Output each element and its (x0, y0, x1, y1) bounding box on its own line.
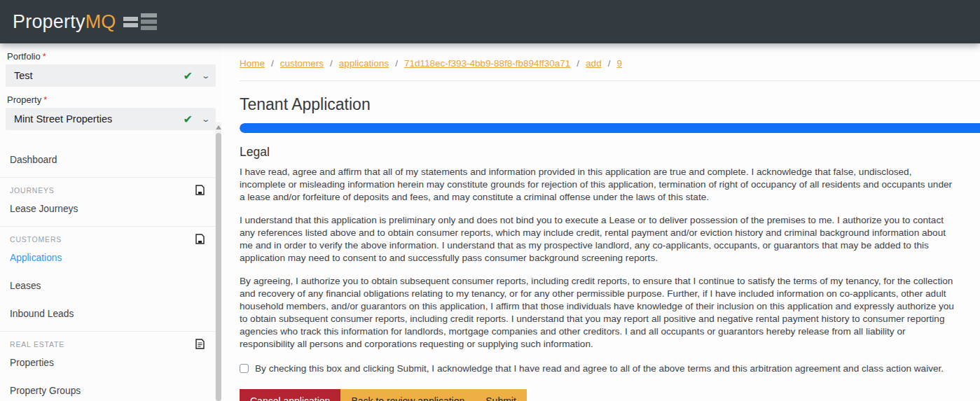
submit-button[interactable]: Submit (475, 389, 527, 401)
breadcrumb-applications[interactable]: applications (339, 58, 389, 69)
portfolio-label-text: Portfolio (7, 51, 41, 62)
progress-bar-fill (240, 123, 980, 133)
sidebar-section-customers: CUSTOMERS Applications Leases Inbound Le… (0, 226, 221, 325)
section-label-journeys: JOURNEYS (10, 186, 55, 195)
logo-mq: MQ (85, 11, 116, 32)
breadcrumb-separator: / (395, 58, 398, 69)
sidebar-section-real-estate: REAL ESTATE Properties Property Groups F… (0, 331, 221, 401)
logo-bars-icon (123, 13, 157, 30)
sidebar-item-inbound-leads[interactable]: Inbound Leads (0, 303, 221, 325)
breadcrumb-separator: / (608, 58, 611, 69)
back-to-review-button[interactable]: Back to review application (340, 389, 475, 401)
section-label-real-estate: REAL ESTATE (10, 340, 64, 349)
terms-checkbox-row: By checking this box and clicking Submit… (240, 363, 980, 374)
sidebar-item-applications[interactable]: Applications (0, 247, 221, 269)
portfolio-select[interactable]: Test ✔ ⌄ (6, 64, 216, 87)
required-asterisk: * (43, 94, 47, 105)
check-icon: ✔ (183, 113, 192, 126)
breadcrumb-step[interactable]: 9 (616, 58, 622, 69)
sidebar-item-dashboard[interactable]: Dashboard (0, 149, 221, 171)
logo-text: PropertyMQ (13, 11, 116, 33)
breadcrumb-separator: / (330, 58, 333, 69)
app-header: PropertyMQ (0, 0, 980, 43)
legal-paragraph-3: By agreeing, I authorize you to obtain s… (240, 275, 980, 351)
terms-checkbox[interactable] (240, 364, 249, 373)
sidebar-nav: Dashboard JOURNEYS Lease Journeys CUSTOM… (0, 139, 221, 401)
legal-paragraph-2: I understand that this application is pr… (240, 214, 980, 265)
chevron-down-icon: ⌄ (201, 115, 210, 124)
cancel-application-button[interactable]: Cancel application (240, 389, 340, 401)
portfolio-select-value: Test (14, 70, 183, 81)
breadcrumb-customers[interactable]: customers (280, 58, 324, 69)
sidebar-item-leases[interactable]: Leases (0, 275, 221, 297)
logo-property: Property (13, 11, 85, 32)
scrollbar-thumb[interactable] (216, 133, 221, 401)
journal-document-icon (195, 185, 205, 195)
scrollbar-up-arrow-icon[interactable] (216, 125, 221, 129)
legal-section-heading: Legal (240, 145, 980, 160)
breadcrumb-application-id[interactable]: 71d118ec-f393-4bb9-88f8-fb894ff30a71 (404, 58, 570, 69)
terms-checkbox-label: By checking this box and clicking Submit… (255, 363, 944, 374)
legal-paragraph-1: I have read, agree and affirm that all o… (240, 166, 980, 204)
check-icon: ✔ (183, 69, 192, 83)
page-title: Tenant Application (240, 95, 980, 114)
sidebar-scrollbar[interactable] (215, 122, 221, 401)
breadcrumb: Home / customers / applications / 71d118… (240, 58, 980, 69)
section-label-customers: CUSTOMERS (10, 235, 62, 244)
journal-document-icon (195, 234, 205, 244)
main-content: Home / customers / applications / 71d118… (221, 43, 980, 401)
breadcrumb-home[interactable]: Home (240, 58, 265, 69)
required-asterisk: * (43, 51, 46, 62)
action-button-bar: Cancel application Back to review applic… (240, 389, 980, 401)
sidebar: Portfolio* Test ✔ ⌄ Property* Mint Stree… (0, 43, 221, 401)
property-select[interactable]: Mint Street Properties ✔ ⌄ (6, 108, 216, 130)
property-label-text: Property (7, 94, 41, 105)
sidebar-item-properties[interactable]: Properties (0, 352, 221, 374)
property-label: Property* (6, 93, 216, 108)
legal-text: I have read, agree and affirm that all o… (240, 166, 980, 351)
breadcrumb-add[interactable]: add (586, 58, 602, 69)
lines-document-icon (195, 339, 205, 349)
chevron-down-icon: ⌄ (201, 71, 210, 80)
progress-bar (240, 123, 980, 133)
breadcrumb-separator: / (271, 58, 274, 69)
sidebar-section-journeys: JOURNEYS Lease Journeys (0, 177, 221, 220)
propertymq-logo: PropertyMQ (13, 11, 157, 33)
sidebar-item-lease-journeys[interactable]: Lease Journeys (0, 198, 221, 220)
sidebar-item-property-groups[interactable]: Property Groups (0, 380, 221, 401)
breadcrumb-separator: / (577, 58, 579, 69)
sidebar-filters: Portfolio* Test ✔ ⌄ Property* Mint Stree… (0, 50, 221, 139)
portfolio-label: Portfolio* (6, 50, 216, 64)
breadcrumb-divider (240, 80, 980, 81)
property-select-value: Mint Street Properties (14, 113, 183, 125)
